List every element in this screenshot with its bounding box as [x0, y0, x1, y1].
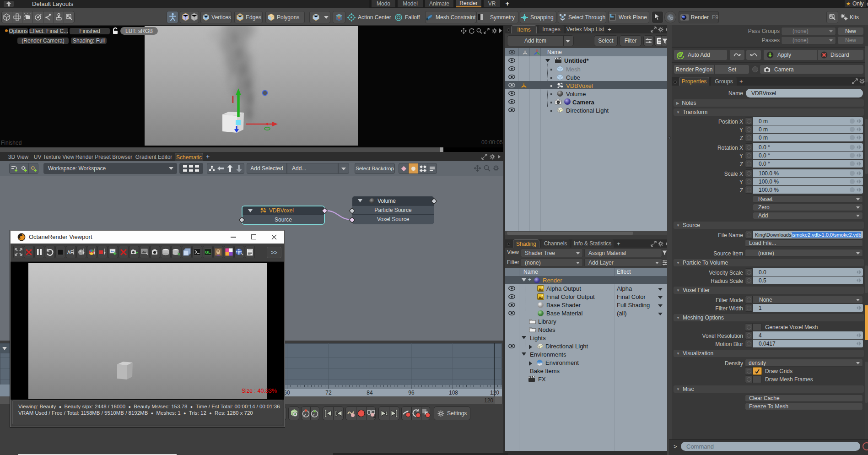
svg-text:AF: AF — [67, 250, 73, 255]
svg-text:108: 108 — [449, 390, 458, 396]
svg-text:60: 60 — [284, 390, 290, 396]
svg-text:84: 84 — [367, 390, 373, 396]
svg-text:72: 72 — [325, 390, 332, 396]
svg-text:96: 96 — [408, 390, 415, 396]
svg-text:120: 120 — [490, 390, 499, 396]
svg-text:120: 120 — [484, 397, 493, 404]
svg-text:GL: GL — [205, 250, 211, 255]
